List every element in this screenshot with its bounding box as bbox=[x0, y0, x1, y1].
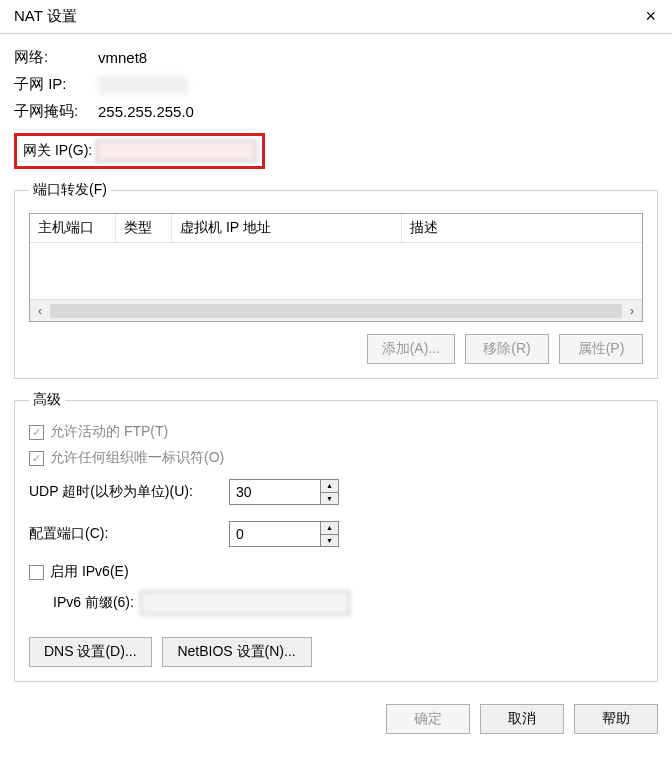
close-icon[interactable]: × bbox=[639, 6, 662, 27]
advanced-legend: 高级 bbox=[29, 391, 65, 409]
subnet-ip-row: 子网 IP: bbox=[14, 71, 658, 98]
ipv6-prefix-input[interactable] bbox=[140, 591, 350, 615]
spinner-down-icon[interactable]: ▼ bbox=[321, 535, 338, 547]
ftp-checkbox[interactable] bbox=[29, 425, 44, 440]
network-value: vmnet8 bbox=[98, 49, 147, 66]
col-type[interactable]: 类型 bbox=[116, 214, 172, 242]
subnet-mask-row: 子网掩码: 255.255.255.0 bbox=[14, 98, 658, 125]
network-row: 网络: vmnet8 bbox=[14, 44, 658, 71]
udp-timeout-spinner[interactable]: ▲ ▼ bbox=[229, 479, 339, 505]
ftp-checkbox-row: 允许活动的 FTP(T) bbox=[29, 419, 643, 445]
ipv6-checkbox[interactable] bbox=[29, 565, 44, 580]
port-forward-group: 端口转发(F) 主机端口 类型 虚拟机 IP 地址 描述 ‹ › 添加(A)..… bbox=[14, 181, 658, 379]
network-label: 网络: bbox=[14, 48, 98, 67]
config-port-label: 配置端口(C): bbox=[29, 525, 229, 543]
titlebar: NAT 设置 × bbox=[0, 0, 672, 34]
col-host-port[interactable]: 主机端口 bbox=[30, 214, 116, 242]
port-forward-legend: 端口转发(F) bbox=[29, 181, 111, 199]
config-port-row: 配置端口(C): ▲ ▼ bbox=[29, 513, 643, 555]
scroll-left-icon[interactable]: ‹ bbox=[30, 304, 50, 318]
oui-checkbox[interactable] bbox=[29, 451, 44, 466]
help-button[interactable]: 帮助 bbox=[574, 704, 658, 734]
properties-button[interactable]: 属性(P) bbox=[559, 334, 643, 364]
dialog-buttons: 确定 取消 帮助 bbox=[0, 692, 672, 746]
spinner-down-icon[interactable]: ▼ bbox=[321, 493, 338, 505]
cancel-button[interactable]: 取消 bbox=[480, 704, 564, 734]
subnet-ip-value bbox=[98, 76, 188, 94]
remove-button[interactable]: 移除(R) bbox=[465, 334, 549, 364]
subnet-mask-value: 255.255.255.0 bbox=[98, 103, 194, 120]
table-body[interactable] bbox=[30, 243, 642, 299]
udp-timeout-input[interactable] bbox=[230, 480, 320, 504]
ok-button[interactable]: 确定 bbox=[386, 704, 470, 734]
ftp-label: 允许活动的 FTP(T) bbox=[50, 423, 168, 441]
spinner-up-icon[interactable]: ▲ bbox=[321, 480, 338, 493]
udp-timeout-row: UDP 超时(以秒为单位)(U): ▲ ▼ bbox=[29, 471, 643, 513]
window-title: NAT 设置 bbox=[14, 7, 77, 26]
scroll-right-icon[interactable]: › bbox=[622, 304, 642, 318]
config-port-input[interactable] bbox=[230, 522, 320, 546]
udp-timeout-label: UDP 超时(以秒为单位)(U): bbox=[29, 483, 229, 501]
ipv6-prefix-row: IPv6 前缀(6): bbox=[29, 585, 643, 621]
spinner-up-icon[interactable]: ▲ bbox=[321, 522, 338, 535]
advanced-group: 高级 允许活动的 FTP(T) 允许任何组织唯一标识符(O) UDP 超时(以秒… bbox=[14, 391, 658, 682]
col-vm-ip[interactable]: 虚拟机 IP 地址 bbox=[172, 214, 402, 242]
port-forward-buttons: 添加(A)... 移除(R) 属性(P) bbox=[29, 334, 643, 364]
ipv6-checkbox-row: 启用 IPv6(E) bbox=[29, 559, 643, 585]
table-header: 主机端口 类型 虚拟机 IP 地址 描述 bbox=[30, 214, 642, 243]
ipv6-label: 启用 IPv6(E) bbox=[50, 563, 129, 581]
ipv6-prefix-label: IPv6 前缀(6): bbox=[53, 594, 134, 612]
gateway-row: 网关 IP(G): bbox=[14, 133, 265, 169]
content-area: 网络: vmnet8 子网 IP: 子网掩码: 255.255.255.0 网关… bbox=[0, 34, 672, 692]
oui-label: 允许任何组织唯一标识符(O) bbox=[50, 449, 224, 467]
subnet-ip-label: 子网 IP: bbox=[14, 75, 98, 94]
gateway-ip-input[interactable] bbox=[96, 140, 256, 162]
subnet-mask-label: 子网掩码: bbox=[14, 102, 98, 121]
scroll-track[interactable] bbox=[50, 304, 622, 318]
dns-settings-button[interactable]: DNS 设置(D)... bbox=[29, 637, 152, 667]
netbios-settings-button[interactable]: NetBIOS 设置(N)... bbox=[162, 637, 312, 667]
oui-checkbox-row: 允许任何组织唯一标识符(O) bbox=[29, 445, 643, 471]
gateway-label: 网关 IP(G): bbox=[23, 142, 92, 160]
port-forward-table: 主机端口 类型 虚拟机 IP 地址 描述 ‹ › bbox=[29, 213, 643, 322]
add-button[interactable]: 添加(A)... bbox=[367, 334, 455, 364]
col-desc[interactable]: 描述 bbox=[402, 214, 642, 242]
config-port-spinner[interactable]: ▲ ▼ bbox=[229, 521, 339, 547]
advanced-buttons: DNS 设置(D)... NetBIOS 设置(N)... bbox=[29, 637, 643, 667]
table-scrollbar[interactable]: ‹ › bbox=[30, 299, 642, 321]
